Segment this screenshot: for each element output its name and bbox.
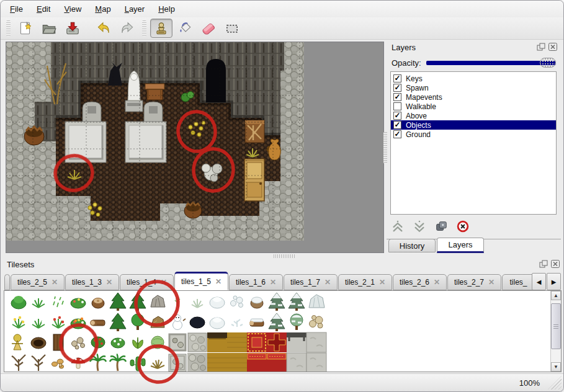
opacity-slider[interactable] xyxy=(426,58,556,68)
layer-checkbox[interactable]: ✓ xyxy=(393,121,401,129)
toolbar-grip[interactable] xyxy=(6,20,11,37)
tile-gray-floor-edge[interactable] xyxy=(287,332,307,352)
float-panel-button[interactable] xyxy=(537,43,545,51)
map-canvas[interactable] xyxy=(6,42,304,241)
close-tab-icon[interactable]: ✕ xyxy=(434,278,440,287)
close-tab-icon[interactable]: ✕ xyxy=(325,278,331,287)
tile-snow-log[interactable] xyxy=(249,319,264,326)
tile-snow-pine[interactable] xyxy=(289,293,305,311)
tile-snow-pine[interactable] xyxy=(269,313,285,331)
tileset-grid[interactable] xyxy=(9,292,331,372)
menu-layer[interactable]: Layer xyxy=(118,2,152,16)
float-panel-button[interactable] xyxy=(539,260,548,268)
tile-grass[interactable] xyxy=(32,298,45,308)
layer-row-walkable[interactable]: ✓ Walkable xyxy=(391,102,556,111)
tile-dead-tree[interactable] xyxy=(12,355,25,371)
tileset-tab[interactable]: tiles_2_7✕ xyxy=(447,274,501,290)
tile-yellow-flowers[interactable] xyxy=(12,316,25,328)
tile-leafy-plant[interactable] xyxy=(133,337,143,349)
tile-dry-bush[interactable] xyxy=(151,360,164,368)
tile-brown-floor-edge[interactable] xyxy=(207,332,227,352)
layer-checkbox[interactable]: ✓ xyxy=(393,84,401,92)
move-layer-down-button[interactable] xyxy=(412,219,427,234)
tileset-tab[interactable]: tiles_1_4✕ xyxy=(120,274,174,290)
tile-white-flowers[interactable] xyxy=(32,316,45,328)
tileset-tab[interactable]: tiles_1_7✕ xyxy=(284,274,338,290)
tile-snow-round-tree[interactable] xyxy=(290,314,303,330)
menu-map[interactable]: Map xyxy=(88,2,117,16)
tile-red-flowers[interactable] xyxy=(52,316,65,328)
tile-palm-tree[interactable] xyxy=(90,354,106,371)
tile-white-sprig[interactable] xyxy=(175,298,180,306)
tile-dark-hole[interactable] xyxy=(190,317,205,328)
tile-pine-tree[interactable] xyxy=(110,293,126,311)
tileset-tab-active[interactable]: tiles_1_5✕ xyxy=(174,272,228,290)
menu-view[interactable]: View xyxy=(57,2,88,16)
tileset-scrollbar[interactable]: ▲ ▼ xyxy=(550,291,561,372)
tile-trunk[interactable] xyxy=(53,334,63,350)
menu-edit[interactable]: Edit xyxy=(30,2,57,16)
new-file-button[interactable] xyxy=(14,19,37,38)
layer-row-mapevents[interactable]: ✓ Mapevents xyxy=(391,92,556,102)
scrollbar-thumb[interactable] xyxy=(551,303,561,349)
close-panel-button[interactable] xyxy=(551,260,560,268)
undo-button[interactable] xyxy=(92,19,115,38)
tile-snow-clump[interactable] xyxy=(231,296,243,308)
tile-log[interactable] xyxy=(91,320,105,326)
toolbar-grip[interactable] xyxy=(142,20,146,37)
tile-red-carpet-corner[interactable] xyxy=(247,332,267,352)
tileset-tab[interactable]: tiles_2_6✕ xyxy=(393,274,447,290)
close-panel-button[interactable] xyxy=(548,43,557,51)
tile-flower-bush[interactable] xyxy=(71,298,86,308)
tile-snow-grass[interactable] xyxy=(192,299,203,308)
tile-cobble-floor[interactable] xyxy=(188,333,207,352)
opacity-handle[interactable] xyxy=(540,58,556,68)
close-tab-icon[interactable]: ✕ xyxy=(106,278,112,287)
close-tab-icon[interactable]: ✕ xyxy=(488,278,495,287)
delete-layer-button[interactable] xyxy=(455,219,470,234)
tile-gray-floor[interactable] xyxy=(287,353,307,372)
tileset-tab-partial[interactable] xyxy=(4,274,10,290)
tileset-tab[interactable]: tiles_1_3✕ xyxy=(65,274,119,290)
close-tab-icon[interactable]: ✕ xyxy=(215,277,222,286)
tile-gray-rock[interactable] xyxy=(151,295,165,307)
tile-cactus[interactable] xyxy=(130,357,145,371)
tile-snow-stump[interactable] xyxy=(251,297,263,308)
tileset-tab[interactable]: tiles_2_1✕ xyxy=(338,274,392,290)
tile-snow-mound[interactable] xyxy=(210,318,225,329)
tileset-tab[interactable]: tiles_2_5✕ xyxy=(11,274,65,290)
layer-row-ground[interactable]: ✓ Ground xyxy=(391,130,556,139)
scroll-tabs-left-button[interactable]: ◀ xyxy=(532,273,546,290)
tile-red-mushroom[interactable] xyxy=(71,358,85,368)
close-tab-icon[interactable]: ✕ xyxy=(270,278,276,287)
tile-snowman[interactable] xyxy=(169,315,186,330)
layer-checkbox[interactable]: ✓ xyxy=(393,74,401,82)
tile-palm-tree[interactable] xyxy=(110,354,126,371)
layer-checkbox[interactable]: ✓ xyxy=(393,93,401,101)
layer-row-objects[interactable]: ✓ Objects xyxy=(391,120,556,130)
move-layer-up-button[interactable] xyxy=(390,219,405,234)
tile-orange-flowers[interactable] xyxy=(71,318,86,329)
duplicate-layer-button[interactable] xyxy=(434,219,449,234)
open-button[interactable] xyxy=(38,19,60,38)
tile-snow-bush[interactable] xyxy=(210,297,225,308)
horizontal-splitter[interactable] xyxy=(274,254,295,258)
redo-button[interactable] xyxy=(116,19,138,38)
tile-scarecrow[interactable] xyxy=(12,334,23,350)
tab-history[interactable]: History xyxy=(388,239,436,252)
tile-round-tree[interactable] xyxy=(132,314,144,330)
tile-red-carpet-border[interactable] xyxy=(267,353,287,372)
close-tab-icon[interactable]: ✕ xyxy=(161,278,167,287)
tile-gray-floor[interactable] xyxy=(307,353,326,372)
tile-pine-tree[interactable] xyxy=(110,313,126,331)
layer-checkbox[interactable]: ✓ xyxy=(393,102,401,110)
tile-brown-floor[interactable] xyxy=(227,353,247,372)
tile-cobble-wall[interactable] xyxy=(187,353,207,372)
tile-gray-floor[interactable] xyxy=(307,332,326,352)
layer-checkbox[interactable]: ✓ xyxy=(393,112,401,120)
tile-red-carpet-cross[interactable] xyxy=(267,332,287,352)
tile-pit[interactable] xyxy=(31,337,46,349)
select-tool-button[interactable] xyxy=(221,19,243,38)
tile-bush[interactable] xyxy=(11,296,26,309)
menu-file[interactable]: File xyxy=(3,2,30,16)
